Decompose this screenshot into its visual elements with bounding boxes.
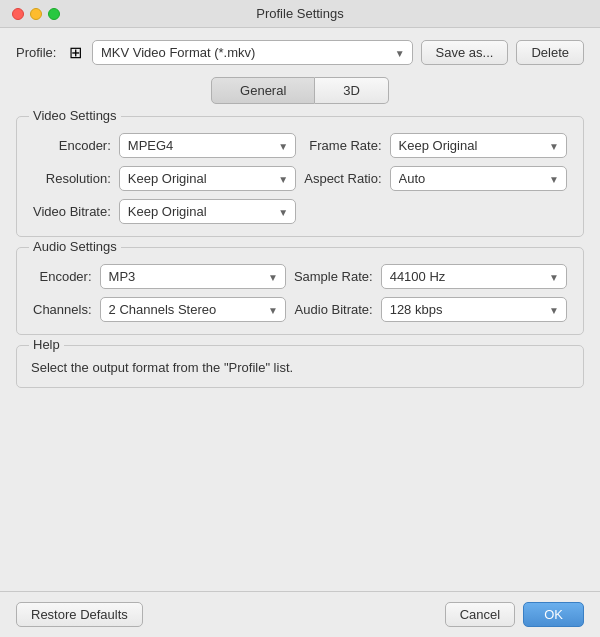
profile-label: Profile: — [16, 45, 61, 60]
aspect-ratio-select[interactable]: Auto16:94:3 — [390, 166, 567, 191]
restore-defaults-button[interactable]: Restore Defaults — [16, 602, 143, 627]
profile-select[interactable]: MKV Video Format (*.mkv) — [92, 40, 413, 65]
main-content: Profile: ⊞ MKV Video Format (*.mkv) ▼ Sa… — [0, 28, 600, 591]
frame-rate-select-wrapper: Keep Original243060 ▼ — [390, 133, 567, 158]
aspect-ratio-label: Aspect Ratio: — [304, 171, 381, 186]
video-bitrate-label: Video Bitrate: — [33, 204, 111, 219]
audio-bitrate-label: Audio Bitrate: — [294, 302, 373, 317]
audio-bitrate-select-wrapper: 128 kbps192 kbps256 kbps320 kbps ▼ — [381, 297, 567, 322]
audio-bitrate-select[interactable]: 128 kbps192 kbps256 kbps320 kbps — [381, 297, 567, 322]
profile-select-wrapper: MKV Video Format (*.mkv) ▼ — [92, 40, 413, 65]
sample-rate-label: Sample Rate: — [294, 269, 373, 284]
help-section: Help Select the output format from the "… — [16, 345, 584, 388]
audio-encoder-select[interactable]: MP3AACOGGFLAC — [100, 264, 286, 289]
maximize-button[interactable] — [48, 8, 60, 20]
resolution-select[interactable]: Keep Original1080p720p — [119, 166, 296, 191]
cancel-button[interactable]: Cancel — [445, 602, 515, 627]
video-settings-section: Video Settings Encoder: MPEG4H.264H.265 … — [16, 116, 584, 237]
tab-3d[interactable]: 3D — [315, 77, 389, 104]
window-title: Profile Settings — [256, 6, 343, 21]
video-fields-grid: Encoder: MPEG4H.264H.265 ▼ Frame Rate: K… — [33, 133, 567, 224]
encoder-select[interactable]: MPEG4H.264H.265 — [119, 133, 296, 158]
tabs-row: General 3D — [16, 77, 584, 104]
traffic-lights — [12, 8, 60, 20]
title-bar: Profile Settings — [0, 0, 600, 28]
frame-rate-select[interactable]: Keep Original243060 — [390, 133, 567, 158]
resolution-label: Resolution: — [33, 171, 111, 186]
channels-select[interactable]: 2 Channels Stereo1 Channel Mono5.1 Surro… — [100, 297, 286, 322]
minimize-button[interactable] — [30, 8, 42, 20]
encoder-label: Encoder: — [33, 138, 111, 153]
tab-general[interactable]: General — [211, 77, 315, 104]
aspect-ratio-select-wrapper: Auto16:94:3 ▼ — [390, 166, 567, 191]
bottom-bar: Restore Defaults Cancel OK — [0, 591, 600, 637]
bottom-right-buttons: Cancel OK — [445, 602, 584, 627]
sample-rate-select-wrapper: 44100 Hz48000 Hz22050 Hz ▼ — [381, 264, 567, 289]
video-bitrate-select-wrapper: Keep Original1000 kbps2000 kbps ▼ — [119, 199, 296, 224]
video-bitrate-select[interactable]: Keep Original1000 kbps2000 kbps — [119, 199, 296, 224]
audio-settings-section: Audio Settings Encoder: MP3AACOGGFLAC ▼ … — [16, 247, 584, 335]
profile-row: Profile: ⊞ MKV Video Format (*.mkv) ▼ Sa… — [16, 40, 584, 65]
video-settings-title: Video Settings — [29, 108, 121, 123]
save-as-button[interactable]: Save as... — [421, 40, 509, 65]
delete-button[interactable]: Delete — [516, 40, 584, 65]
help-title: Help — [29, 337, 64, 352]
help-text: Select the output format from the "Profi… — [31, 360, 569, 375]
frame-rate-label: Frame Rate: — [304, 138, 381, 153]
ok-button[interactable]: OK — [523, 602, 584, 627]
close-button[interactable] — [12, 8, 24, 20]
audio-settings-title: Audio Settings — [29, 239, 121, 254]
resolution-select-wrapper: Keep Original1080p720p ▼ — [119, 166, 296, 191]
audio-encoder-select-wrapper: MP3AACOGGFLAC ▼ — [100, 264, 286, 289]
channels-select-wrapper: 2 Channels Stereo1 Channel Mono5.1 Surro… — [100, 297, 286, 322]
audio-encoder-label: Encoder: — [33, 269, 92, 284]
profile-format-icon: ⊞ — [69, 43, 82, 62]
encoder-select-wrapper: MPEG4H.264H.265 ▼ — [119, 133, 296, 158]
sample-rate-select[interactable]: 44100 Hz48000 Hz22050 Hz — [381, 264, 567, 289]
audio-fields-grid: Encoder: MP3AACOGGFLAC ▼ Sample Rate: 44… — [33, 264, 567, 322]
channels-label: Channels: — [33, 302, 92, 317]
